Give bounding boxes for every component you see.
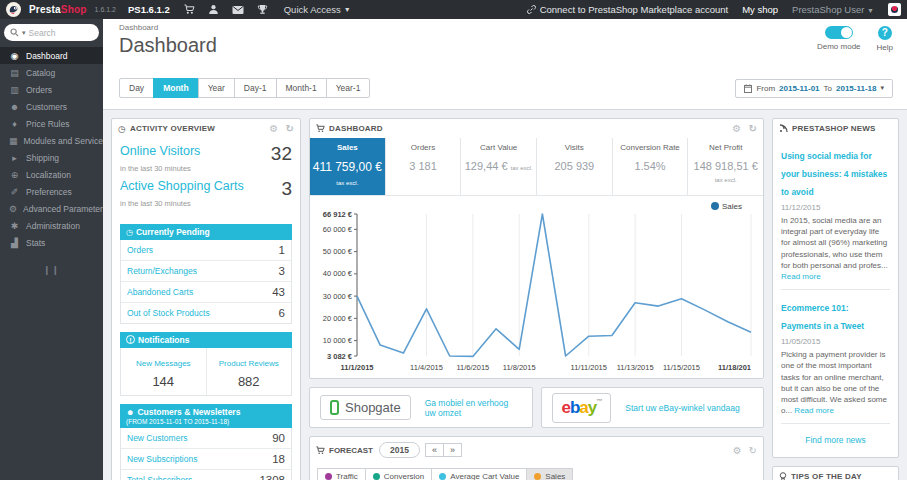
forecast-next-button[interactable]: » bbox=[443, 443, 462, 457]
online-visitors-value: 32 bbox=[271, 144, 292, 163]
conversion-dot-icon bbox=[373, 473, 380, 480]
help-icon[interactable]: ? bbox=[878, 26, 892, 40]
out-of-stock-value: 6 bbox=[279, 307, 285, 319]
sidebar-item-stats[interactable]: ▟Stats bbox=[0, 234, 103, 251]
user-avatar[interactable] bbox=[888, 3, 901, 16]
news-article-title[interactable]: Ecommerce 101: Payments in a Tweet bbox=[781, 303, 864, 331]
pending-orders-link[interactable]: Orders bbox=[127, 245, 153, 255]
period-year-button[interactable]: Year bbox=[198, 78, 235, 98]
new-messages-link[interactable]: New Messages bbox=[136, 359, 191, 368]
sidebar-item-dashboard[interactable]: ◉Dashboard bbox=[0, 47, 103, 64]
sidebar-item-preferences[interactable]: ✐Preferences bbox=[0, 183, 103, 200]
period-button-group: Day Month Year Day-1 Month-1 Year-1 bbox=[119, 78, 370, 98]
chevron-down-icon: ▾ bbox=[880, 84, 884, 92]
sidebar-item-localization[interactable]: ⊕Localization bbox=[0, 166, 103, 183]
period-day-button[interactable]: Day bbox=[119, 78, 154, 98]
traffic-dot-icon bbox=[325, 473, 332, 480]
my-shop-link[interactable]: My shop bbox=[742, 4, 778, 15]
find-more-news-link[interactable]: Find more news bbox=[781, 431, 890, 453]
product-reviews-link[interactable]: Product Reviews bbox=[219, 359, 279, 368]
user-menu[interactable]: PrestaShop User ▼ bbox=[792, 4, 874, 15]
forecast-chip-conversion[interactable]: Conversion bbox=[365, 468, 432, 480]
kpi-orders[interactable]: Orders3 181 bbox=[386, 138, 462, 195]
sidebar-search[interactable]: ▾ bbox=[4, 24, 99, 41]
active-carts-link[interactable]: Active Shopping Carts bbox=[120, 179, 244, 193]
sales-line-chart: 66 912 €60 000 €50 000 €40 000 €30 000 €… bbox=[310, 196, 763, 378]
forecast-year[interactable]: 2015 bbox=[379, 442, 420, 458]
breadcrumb[interactable]: Dashboard bbox=[119, 23, 897, 32]
period-year-1-button[interactable]: Year-1 bbox=[326, 78, 371, 98]
total-subscribers-link[interactable]: Total Subscribers bbox=[127, 475, 192, 480]
svg-text:3 082 €: 3 082 € bbox=[327, 352, 353, 361]
new-customers-link[interactable]: New Customers bbox=[127, 433, 187, 443]
version-label: 1.6.1.2 bbox=[95, 6, 116, 13]
notifications-section-header: !Notifications bbox=[120, 332, 292, 348]
kpi-cart-value[interactable]: Cart Value129,44 € tax excl. bbox=[461, 138, 537, 195]
panel-settings-icon[interactable]: ⚙ bbox=[269, 123, 278, 134]
sidebar-item-modules[interactable]: ▦Modules and Services bbox=[0, 132, 103, 149]
shopgate-ad-link[interactable]: Ga mobiel en verhoog uw omzet bbox=[425, 398, 522, 418]
period-day-1-button[interactable]: Day-1 bbox=[234, 78, 277, 98]
pending-returns-link[interactable]: Return/Exchanges bbox=[127, 266, 197, 276]
sidebar-item-catalog[interactable]: ▤Catalog bbox=[0, 64, 103, 81]
panel-refresh-icon[interactable]: ↻ bbox=[285, 123, 294, 134]
cogs-icon: ⚙ bbox=[9, 204, 17, 214]
sidebar-collapse-button[interactable]: ❙❙ bbox=[0, 265, 103, 275]
search-icon bbox=[10, 28, 19, 37]
period-month-button[interactable]: Month bbox=[153, 78, 199, 98]
user-icon[interactable] bbox=[208, 4, 219, 15]
period-month-1-button[interactable]: Month-1 bbox=[276, 78, 327, 98]
online-visitors-link[interactable]: Online Visitors bbox=[120, 144, 200, 158]
shopgate-logo: Shopgate bbox=[320, 395, 411, 420]
mail-icon[interactable] bbox=[232, 5, 244, 15]
read-more-link[interactable]: Read more bbox=[794, 406, 834, 415]
ebay-logo: ebay™ bbox=[552, 393, 612, 423]
out-of-stock-link[interactable]: Out of Stock Products bbox=[127, 308, 210, 318]
shop-name[interactable]: PS1.6.1.2 bbox=[128, 4, 170, 15]
panel-settings-icon[interactable]: ⚙ bbox=[733, 445, 742, 456]
svg-text:30 000 €: 30 000 € bbox=[323, 292, 353, 301]
new-subscriptions-link[interactable]: New Subscriptions bbox=[127, 454, 197, 464]
search-scope-caret[interactable]: ▾ bbox=[22, 29, 26, 37]
demo-mode-toggle[interactable] bbox=[825, 26, 853, 39]
search-input[interactable] bbox=[29, 28, 85, 38]
product-reviews-value: 882 bbox=[209, 374, 290, 389]
sidebar-item-administration[interactable]: ✱Administration bbox=[0, 217, 103, 234]
kpi-sales[interactable]: Sales411 759,00 € tax excl. bbox=[310, 138, 386, 195]
panel-refresh-icon[interactable]: ↻ bbox=[748, 123, 757, 134]
forecast-prev-button[interactable]: « bbox=[425, 443, 444, 457]
cart-icon[interactable] bbox=[184, 4, 195, 15]
svg-text:50 000 €: 50 000 € bbox=[323, 247, 353, 256]
read-more-link[interactable]: Read more bbox=[781, 272, 821, 281]
dashboard-panel-title: Dashboard bbox=[329, 124, 383, 133]
shopgate-phone-icon bbox=[330, 400, 339, 415]
receipt-icon: ▥ bbox=[9, 85, 20, 95]
panel-settings-icon[interactable]: ⚙ bbox=[732, 123, 741, 134]
globe-icon: ⊕ bbox=[9, 170, 20, 180]
svg-text:11/6/2015: 11/6/2015 bbox=[456, 363, 489, 372]
svg-text:11/13/2015: 11/13/2015 bbox=[617, 363, 654, 372]
panel-refresh-icon[interactable]: ↻ bbox=[749, 445, 757, 456]
marketplace-connect-link[interactable]: Connect to PrestaShop Marketplace accoun… bbox=[527, 4, 729, 15]
kpi-visits[interactable]: Visits205 939 bbox=[537, 138, 613, 195]
news-article-title[interactable]: Using social media for your business: 4 … bbox=[781, 151, 887, 197]
forecast-chip-average-cart-value[interactable]: Average Cart Value bbox=[431, 468, 527, 480]
kpi-conversion-rate[interactable]: Conversion Rate1.54% bbox=[613, 138, 689, 195]
forecast-chip-traffic[interactable]: Traffic bbox=[317, 468, 366, 480]
ebay-ad-link[interactable]: Start uw eBay-winkel vandaag bbox=[625, 403, 739, 413]
ebay-ad: ebay™ Start uw eBay-winkel vandaag bbox=[541, 387, 765, 428]
sidebar-item-orders[interactable]: ▥Orders bbox=[0, 81, 103, 98]
sidebar-item-advanced-parameters[interactable]: ⚙Advanced Parameters bbox=[0, 200, 103, 217]
quick-access-menu[interactable]: Quick Access▼ bbox=[284, 4, 351, 15]
list-item: Return/Exchanges3 bbox=[121, 261, 291, 282]
forecast-chip-sales[interactable]: Sales bbox=[526, 468, 573, 480]
sidebar-item-shipping[interactable]: ▸Shipping bbox=[0, 149, 103, 166]
sidebar-item-price-rules[interactable]: ♦Price Rules bbox=[0, 115, 103, 132]
truck-icon: ▸ bbox=[9, 153, 20, 163]
sidebar-item-customers[interactable]: ☻Customers bbox=[0, 98, 103, 115]
abandoned-carts-link[interactable]: Abandoned Carts bbox=[127, 287, 193, 297]
kpi-net-profit[interactable]: Net Profit148 918,51 € tax excl. bbox=[688, 138, 763, 195]
trophy-icon[interactable] bbox=[257, 4, 268, 15]
svg-text:11/1/2015: 11/1/2015 bbox=[341, 363, 374, 372]
date-range-picker[interactable]: From2015-11-01 To2015-11-18 ▾ bbox=[735, 79, 893, 98]
